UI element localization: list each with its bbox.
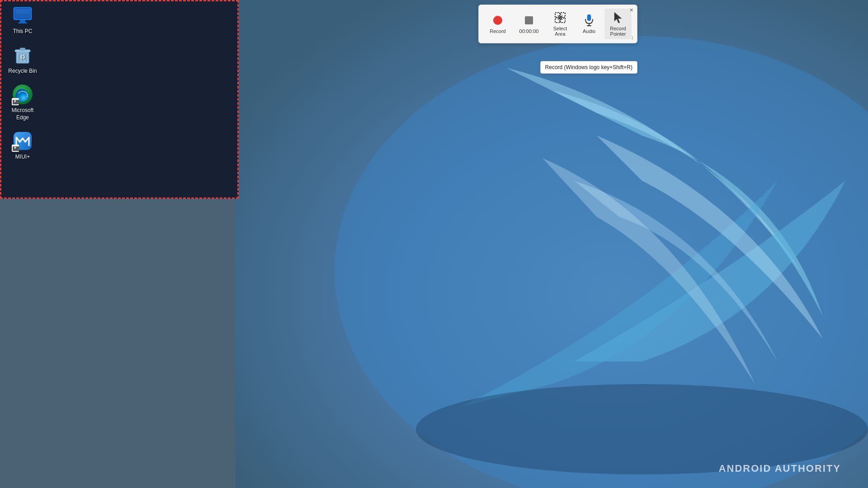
desktop-icons-container: This PC ♻ (5, 5, 41, 161)
desktop-icon-miui-plus[interactable]: MIUI+ (5, 130, 41, 161)
recycle-bin-label: Recycle Bin (8, 68, 37, 75)
svg-rect-12 (20, 48, 25, 50)
desktop: This PC ♻ (0, 0, 868, 488)
svg-rect-8 (18, 22, 27, 23)
record-label: Record (490, 28, 505, 34)
audio-button[interactable]: Audio (576, 11, 603, 37)
desktop-icon-recycle-bin[interactable]: ♻ Recycle Bin (5, 44, 41, 75)
timer-text: 00:00:00 (519, 28, 539, 34)
this-pc-label: This PC (13, 28, 33, 35)
record-pointer-button[interactable]: RecordPointer (604, 9, 632, 39)
desktop-icon-edge[interactable]: Microsoft Edge (5, 84, 41, 121)
svg-rect-7 (20, 20, 25, 22)
svg-point-2 (416, 384, 868, 474)
miui-icon (12, 130, 33, 152)
watermark: ANDROID AUTHORITY (719, 463, 841, 474)
edge-icon (12, 84, 33, 105)
timer-display: 00:00:00 (513, 11, 545, 37)
toolbar-expand-icon[interactable]: ⟩ (632, 35, 633, 40)
audio-label: Audio (583, 28, 595, 34)
this-pc-icon (12, 5, 33, 26)
tooltip-text: Record (Windows logo key+Shift+R) (545, 64, 632, 70)
desktop-icon-this-pc[interactable]: This PC (5, 5, 41, 35)
timer-icon (523, 14, 535, 27)
svg-rect-6 (15, 9, 30, 14)
select-area-label: SelectArea (553, 26, 567, 37)
record-tooltip: Record (Windows logo key+Shift+R) (540, 61, 637, 74)
recycle-bin-icon: ♻ (12, 44, 33, 66)
svg-line-14 (19, 53, 19, 61)
miui-label: MIUI+ (15, 154, 30, 161)
watermark-text: ANDROID AUTHORITY (719, 463, 841, 474)
audio-icon (583, 14, 595, 27)
svg-line-16 (26, 53, 26, 61)
record-button[interactable]: Record (484, 11, 511, 37)
toolbar-close-button[interactable]: × (630, 7, 633, 13)
record-pointer-icon (612, 11, 624, 24)
svg-rect-27 (587, 14, 591, 21)
select-area-icon (554, 11, 566, 24)
select-area-button[interactable]: SelectArea (547, 9, 574, 39)
recording-toolbar: × Record 00:00:00 (478, 5, 637, 43)
record-icon (491, 14, 504, 27)
record-pointer-label: RecordPointer (610, 26, 626, 37)
edge-label: Microsoft Edge (5, 107, 41, 121)
